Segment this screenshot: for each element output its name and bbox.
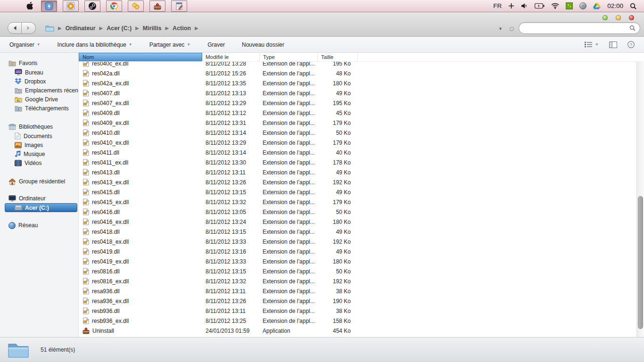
toolbar-burn[interactable]: Graver <box>207 41 225 48</box>
plus-icon[interactable] <box>508 3 514 9</box>
sidebar-item-google-drive[interactable]: Google Drive <box>0 95 78 104</box>
file-row[interactable]: res0410.dll8/11/2012 13:14Extension de l… <box>79 128 644 138</box>
column-header-modifie-le[interactable]: Modifié le <box>202 53 260 61</box>
videos-icon <box>15 160 22 166</box>
search-icon[interactable] <box>629 25 636 31</box>
sidebar-item-dropbox[interactable]: Dropbox <box>0 77 78 86</box>
refresh-button[interactable] <box>510 27 514 31</box>
file-row[interactable]: resa936.dll8/11/2012 13:11Extension de l… <box>79 286 644 296</box>
text-editor-app-icon-slot[interactable] <box>171 0 187 12</box>
menubar-clock[interactable]: 02:00 <box>607 2 623 9</box>
volume-icon[interactable] <box>521 3 528 9</box>
sidebar-item-label: Images <box>25 142 43 148</box>
column-header-type[interactable]: Type <box>260 53 318 61</box>
toolbar-new-folder[interactable]: Nouveau dossier <box>242 41 284 48</box>
file-row[interactable]: res0419.dll8/11/2012 13:16Extension de l… <box>79 247 644 256</box>
sidebar-item-recents[interactable]: Emplacements récents <box>0 86 78 95</box>
file-row[interactable]: res0816_ex.dll8/11/2012 13:32Extension d… <box>79 276 644 286</box>
file-name: res0816_ex.dll <box>92 278 129 285</box>
file-row[interactable]: res040c_ex.dll8/11/2012 13:28Extension d… <box>79 62 644 68</box>
grey-sphere-icon[interactable] <box>579 2 586 9</box>
sidebar-item-label: Emplacements récents <box>25 87 78 94</box>
preview-pane-button[interactable] <box>609 41 617 48</box>
yellow-app-icon-slot[interactable] <box>128 0 144 12</box>
spotlight-search-icon[interactable] <box>630 3 636 9</box>
sidebar-item-documents[interactable]: Documents <box>0 132 78 140</box>
file-row[interactable]: res042a.dll8/11/2012 15:26Extension de l… <box>79 68 644 78</box>
window-minimize-button[interactable] <box>616 15 621 20</box>
file-row[interactable]: res0816.dll8/11/2012 13:15Extension de l… <box>79 266 644 276</box>
window-close-button[interactable] <box>629 15 634 20</box>
breadcrumb-item[interactable]: Acer (C:) <box>107 25 132 32</box>
address-dropdown-arrow[interactable]: ▼ <box>498 26 503 31</box>
file-row[interactable]: res0418.dll8/11/2012 13:15Extension de l… <box>79 227 644 237</box>
vertical-scrollbar[interactable] <box>636 62 644 337</box>
forward-button[interactable] <box>22 22 36 34</box>
toolbar-share-with[interactable]: Partager avec▼ <box>149 41 191 48</box>
apple-logo[interactable] <box>26 2 33 10</box>
file-row[interactable]: Uninstall24/01/2013 01:59Application454 … <box>79 326 644 336</box>
file-row[interactable]: res0407.dll8/11/2012 13:13Extension de l… <box>79 88 644 98</box>
steam-app-icon-slot[interactable] <box>84 0 100 12</box>
breadcrumb-item[interactable]: Mirillis <box>143 25 162 32</box>
file-size-cell: 192 Ko <box>318 179 358 186</box>
file-row[interactable]: res0419_ex.dll8/11/2012 13:33Extension d… <box>79 256 644 266</box>
keyboard-language-indicator[interactable]: FR <box>493 2 502 9</box>
sidebar-item-ordinateur[interactable]: Ordinateur <box>0 194 78 203</box>
file-row[interactable]: res0410_ex.dll8/11/2012 13:29Extension d… <box>79 138 644 148</box>
change-view-button[interactable]: ▼ <box>585 41 599 48</box>
file-row[interactable]: res0407_ex.dll8/11/2012 13:29Extension d… <box>79 98 644 108</box>
sidebar-item-favoris[interactable]: Favoris <box>0 58 78 68</box>
sidebar-item-telechargements[interactable]: Téléchargements <box>0 104 78 113</box>
column-header-nom[interactable]: Nom <box>79 53 202 61</box>
file-row[interactable]: res0411.dll8/11/2012 13:14Extension de l… <box>79 148 644 157</box>
file-row[interactable]: resb936_ex.dll8/11/2012 13:25Extension d… <box>79 316 644 326</box>
wifi-icon[interactable] <box>551 3 559 9</box>
sidebar-item-bureau[interactable]: Bureau <box>0 68 78 77</box>
file-row[interactable]: res0413.dll8/11/2012 13:11Extension de l… <box>79 167 644 177</box>
file-row[interactable]: resb936.dll8/11/2012 13:11Extension de l… <box>79 306 644 316</box>
file-row[interactable]: resa936_ex.dll8/11/2012 13:26Extension d… <box>79 296 644 306</box>
sidebar-item-videos[interactable]: Vidéos <box>0 158 78 167</box>
file-row[interactable]: res0418_ex.dll8/11/2012 13:33Extension d… <box>79 237 644 247</box>
scrollbar-thumb[interactable] <box>638 196 643 329</box>
search-input[interactable] <box>523 25 629 32</box>
chrome-app-icon-slot[interactable] <box>106 0 122 12</box>
help-button[interactable]: ? <box>627 41 635 48</box>
google-drive-icon[interactable] <box>593 3 601 9</box>
breadcrumb-folder-icon[interactable] <box>45 25 54 32</box>
file-row[interactable]: res0415_ex.dll8/11/2012 13:32Extension d… <box>79 197 644 207</box>
breadcrumb-item[interactable]: Ordinateur <box>66 25 96 32</box>
media-player-app-icon-slot[interactable] <box>63 0 79 12</box>
battery-icon[interactable] <box>535 3 545 8</box>
sidebar-item-images[interactable]: Images <box>0 140 78 149</box>
file-size-cell: 454 Ko <box>318 328 358 334</box>
window-zoom-button[interactable] <box>603 15 608 20</box>
sidebar-item-reseau[interactable]: Réseau <box>0 221 78 230</box>
file-row[interactable]: res0416_ex.dll8/11/2012 13:24Extension d… <box>79 217 644 227</box>
file-size-cell: 192 Ko <box>318 278 358 285</box>
sidebar-item-acer-c[interactable]: Acer (C:) <box>5 203 77 212</box>
column-header-taille[interactable]: Taille <box>318 53 358 61</box>
file-row[interactable]: res0409_ex.dll8/11/2012 13:31Extension d… <box>79 118 644 128</box>
file-row[interactable]: res0413_ex.dll8/11/2012 13:26Extension d… <box>79 177 644 187</box>
file-date-cell: 8/11/2012 13:11 <box>202 308 260 314</box>
file-name-cell: res0407_ex.dll <box>79 99 202 107</box>
sidebar-item-groupe-residentiel[interactable]: Groupe résidentiel <box>0 177 78 186</box>
file-row[interactable]: res0409.dll8/11/2012 13:12Extension de l… <box>79 108 644 118</box>
toolbar-include-library[interactable]: Inclure dans la bibliothèque▼ <box>58 41 132 48</box>
file-row[interactable]: res0415.dll8/11/2012 13:15Extension de l… <box>79 187 644 197</box>
toolbar-organiser[interactable]: Organiser▼ <box>9 41 41 48</box>
sidebar-item-bibliotheques[interactable]: Bibliothèques <box>0 122 78 132</box>
file-row[interactable]: res0411_ex.dll8/11/2012 13:30Extension d… <box>79 157 644 167</box>
launcher-app-icon-slot[interactable] <box>41 0 57 12</box>
file-row[interactable]: res0416.dll8/11/2012 13:05Extension de l… <box>79 207 644 217</box>
breadcrumb-item[interactable]: Action <box>173 25 191 32</box>
back-button[interactable] <box>8 22 22 34</box>
sidebar-item-musique[interactable]: Musique <box>0 149 78 158</box>
file-type-cell: Extension de l’appl... <box>260 169 318 176</box>
green-grid-icon[interactable] <box>566 2 573 9</box>
daemon-tools-app-icon-slot[interactable] <box>149 0 165 12</box>
statusbar-folder-icon <box>8 341 29 358</box>
file-row[interactable]: res042a_ex.dll8/11/2012 13:35Extension d… <box>79 78 644 88</box>
